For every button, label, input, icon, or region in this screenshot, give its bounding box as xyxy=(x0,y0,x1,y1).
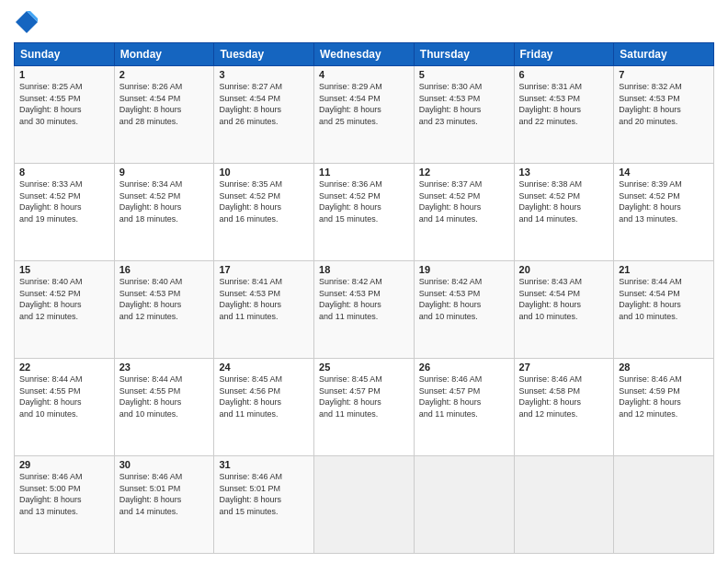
day-number: 14 xyxy=(619,167,709,178)
day-cell xyxy=(414,456,514,554)
day-info: Sunrise: 8:42 AMSunset: 4:53 PMDaylight:… xyxy=(419,276,509,322)
day-info: Sunrise: 8:46 AMSunset: 4:58 PMDaylight:… xyxy=(519,373,609,419)
day-cell: 2Sunrise: 8:26 AMSunset: 4:54 PMDaylight… xyxy=(114,66,214,164)
day-info: Sunrise: 8:42 AMSunset: 4:53 PMDaylight:… xyxy=(319,276,409,322)
day-info: Sunrise: 8:31 AMSunset: 4:53 PMDaylight:… xyxy=(519,81,609,127)
page: SundayMondayTuesdayWednesdayThursdayFrid… xyxy=(0,0,728,563)
day-info: Sunrise: 8:29 AMSunset: 4:54 PMDaylight:… xyxy=(319,81,409,127)
day-info: Sunrise: 8:45 AMSunset: 4:56 PMDaylight:… xyxy=(219,373,309,419)
header xyxy=(14,9,714,35)
day-number: 11 xyxy=(319,167,409,178)
logo-icon xyxy=(14,9,40,35)
day-cell: 11Sunrise: 8:36 AMSunset: 4:52 PMDayligh… xyxy=(314,164,415,261)
logo xyxy=(14,9,43,35)
day-cell: 14Sunrise: 8:39 AMSunset: 4:52 PMDayligh… xyxy=(614,164,714,261)
day-number: 20 xyxy=(519,264,609,275)
day-cell: 22Sunrise: 8:44 AMSunset: 4:55 PMDayligh… xyxy=(15,359,115,456)
day-cell xyxy=(314,456,415,554)
day-number: 15 xyxy=(19,264,109,275)
col-header-wednesday: Wednesday xyxy=(314,43,415,66)
day-cell: 17Sunrise: 8:41 AMSunset: 4:53 PMDayligh… xyxy=(214,261,314,359)
day-number: 16 xyxy=(119,264,210,275)
day-cell: 4Sunrise: 8:29 AMSunset: 4:54 PMDaylight… xyxy=(314,66,415,164)
day-info: Sunrise: 8:39 AMSunset: 4:52 PMDaylight:… xyxy=(619,178,709,224)
week-row-0: 1Sunrise: 8:25 AMSunset: 4:55 PMDaylight… xyxy=(15,66,714,164)
day-number: 18 xyxy=(319,264,409,275)
day-cell xyxy=(514,456,614,554)
day-number: 24 xyxy=(219,362,309,373)
week-row-2: 15Sunrise: 8:40 AMSunset: 4:52 PMDayligh… xyxy=(15,261,714,359)
col-header-sunday: Sunday xyxy=(15,43,115,66)
day-cell: 25Sunrise: 8:45 AMSunset: 4:57 PMDayligh… xyxy=(314,359,415,456)
day-cell: 6Sunrise: 8:31 AMSunset: 4:53 PMDaylight… xyxy=(514,66,614,164)
day-number: 26 xyxy=(419,362,509,373)
day-number: 6 xyxy=(519,69,609,80)
day-number: 7 xyxy=(619,69,709,80)
col-header-saturday: Saturday xyxy=(614,43,714,66)
col-header-thursday: Thursday xyxy=(414,43,514,66)
day-cell: 9Sunrise: 8:34 AMSunset: 4:52 PMDaylight… xyxy=(114,164,214,261)
day-cell: 10Sunrise: 8:35 AMSunset: 4:52 PMDayligh… xyxy=(214,164,314,261)
day-cell: 15Sunrise: 8:40 AMSunset: 4:52 PMDayligh… xyxy=(15,261,115,359)
day-number: 3 xyxy=(219,69,309,80)
day-info: Sunrise: 8:41 AMSunset: 4:53 PMDaylight:… xyxy=(219,276,309,322)
day-info: Sunrise: 8:38 AMSunset: 4:52 PMDaylight:… xyxy=(519,178,609,224)
day-info: Sunrise: 8:44 AMSunset: 4:55 PMDaylight:… xyxy=(119,373,210,419)
day-number: 10 xyxy=(219,167,309,178)
day-cell: 7Sunrise: 8:32 AMSunset: 4:53 PMDaylight… xyxy=(614,66,714,164)
day-cell: 5Sunrise: 8:30 AMSunset: 4:53 PMDaylight… xyxy=(414,66,514,164)
day-info: Sunrise: 8:35 AMSunset: 4:52 PMDaylight:… xyxy=(219,178,309,224)
day-cell: 27Sunrise: 8:46 AMSunset: 4:58 PMDayligh… xyxy=(514,359,614,456)
day-number: 21 xyxy=(619,264,709,275)
day-cell: 24Sunrise: 8:45 AMSunset: 4:56 PMDayligh… xyxy=(214,359,314,456)
day-cell: 20Sunrise: 8:43 AMSunset: 4:54 PMDayligh… xyxy=(514,261,614,359)
day-cell: 28Sunrise: 8:46 AMSunset: 4:59 PMDayligh… xyxy=(614,359,714,456)
day-cell: 18Sunrise: 8:42 AMSunset: 4:53 PMDayligh… xyxy=(314,261,415,359)
day-cell: 1Sunrise: 8:25 AMSunset: 4:55 PMDaylight… xyxy=(15,66,115,164)
day-info: Sunrise: 8:46 AMSunset: 4:57 PMDaylight:… xyxy=(419,373,509,419)
day-info: Sunrise: 8:37 AMSunset: 4:52 PMDaylight:… xyxy=(419,178,509,224)
day-number: 25 xyxy=(319,362,409,373)
day-info: Sunrise: 8:46 AMSunset: 5:00 PMDaylight:… xyxy=(19,471,109,517)
day-info: Sunrise: 8:27 AMSunset: 4:54 PMDaylight:… xyxy=(219,81,309,127)
day-number: 29 xyxy=(19,459,109,470)
day-number: 4 xyxy=(319,69,409,80)
day-cell: 29Sunrise: 8:46 AMSunset: 5:00 PMDayligh… xyxy=(15,456,115,554)
week-row-1: 8Sunrise: 8:33 AMSunset: 4:52 PMDaylight… xyxy=(15,164,714,261)
day-info: Sunrise: 8:40 AMSunset: 4:52 PMDaylight:… xyxy=(19,276,109,322)
day-cell: 21Sunrise: 8:44 AMSunset: 4:54 PMDayligh… xyxy=(614,261,714,359)
day-cell: 30Sunrise: 8:46 AMSunset: 5:01 PMDayligh… xyxy=(114,456,214,554)
day-cell: 8Sunrise: 8:33 AMSunset: 4:52 PMDaylight… xyxy=(15,164,115,261)
day-info: Sunrise: 8:33 AMSunset: 4:52 PMDaylight:… xyxy=(19,178,109,224)
day-info: Sunrise: 8:25 AMSunset: 4:55 PMDaylight:… xyxy=(19,81,109,127)
day-info: Sunrise: 8:44 AMSunset: 4:55 PMDaylight:… xyxy=(19,373,109,419)
day-number: 27 xyxy=(519,362,609,373)
day-info: Sunrise: 8:30 AMSunset: 4:53 PMDaylight:… xyxy=(419,81,509,127)
calendar-table: SundayMondayTuesdayWednesdayThursdayFrid… xyxy=(14,42,714,554)
day-info: Sunrise: 8:46 AMSunset: 5:01 PMDaylight:… xyxy=(219,471,309,517)
day-number: 9 xyxy=(119,167,210,178)
day-cell: 31Sunrise: 8:46 AMSunset: 5:01 PMDayligh… xyxy=(214,456,314,554)
day-number: 13 xyxy=(519,167,609,178)
day-number: 31 xyxy=(219,459,309,470)
calendar-body: 1Sunrise: 8:25 AMSunset: 4:55 PMDaylight… xyxy=(15,66,714,554)
day-info: Sunrise: 8:34 AMSunset: 4:52 PMDaylight:… xyxy=(119,178,210,224)
day-info: Sunrise: 8:46 AMSunset: 5:01 PMDaylight:… xyxy=(119,471,210,517)
header-row: SundayMondayTuesdayWednesdayThursdayFrid… xyxy=(15,43,714,66)
day-number: 8 xyxy=(19,167,109,178)
day-cell: 23Sunrise: 8:44 AMSunset: 4:55 PMDayligh… xyxy=(114,359,214,456)
day-cell: 16Sunrise: 8:40 AMSunset: 4:53 PMDayligh… xyxy=(114,261,214,359)
day-cell: 13Sunrise: 8:38 AMSunset: 4:52 PMDayligh… xyxy=(514,164,614,261)
day-info: Sunrise: 8:45 AMSunset: 4:57 PMDaylight:… xyxy=(319,373,409,419)
day-info: Sunrise: 8:26 AMSunset: 4:54 PMDaylight:… xyxy=(119,81,210,127)
day-cell xyxy=(614,456,714,554)
day-info: Sunrise: 8:44 AMSunset: 4:54 PMDaylight:… xyxy=(619,276,709,322)
calendar-header: SundayMondayTuesdayWednesdayThursdayFrid… xyxy=(15,43,714,66)
week-row-4: 29Sunrise: 8:46 AMSunset: 5:00 PMDayligh… xyxy=(15,456,714,554)
day-info: Sunrise: 8:46 AMSunset: 4:59 PMDaylight:… xyxy=(619,373,709,419)
day-number: 19 xyxy=(419,264,509,275)
col-header-tuesday: Tuesday xyxy=(214,43,314,66)
day-number: 12 xyxy=(419,167,509,178)
day-info: Sunrise: 8:43 AMSunset: 4:54 PMDaylight:… xyxy=(519,276,609,322)
week-row-3: 22Sunrise: 8:44 AMSunset: 4:55 PMDayligh… xyxy=(15,359,714,456)
